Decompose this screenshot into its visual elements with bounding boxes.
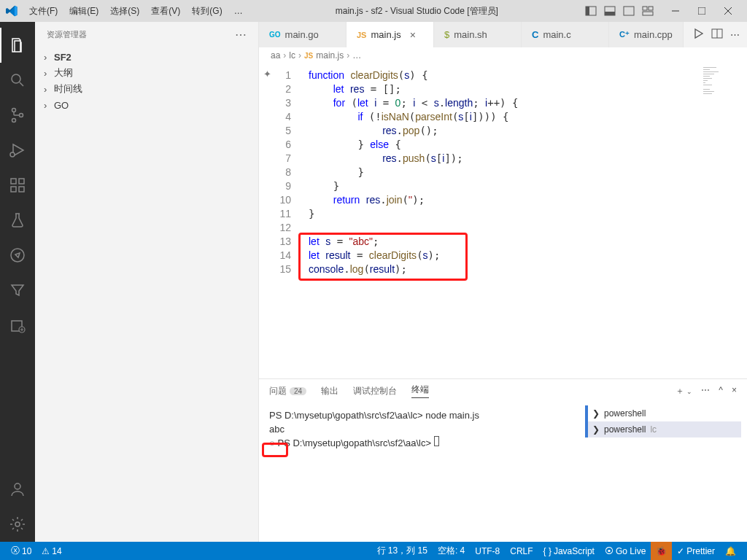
tree-item-go[interactable]: ›GO <box>35 97 258 113</box>
source-control-icon[interactable] <box>0 98 35 133</box>
sidebar-title: 资源管理器 <box>47 29 87 40</box>
run-debug-icon[interactable] <box>0 133 35 168</box>
explorer-tree: ›SF2 ›大纲 ›时间线 ›GO <box>35 47 258 114</box>
terminal-line: PS D:\mysetup\gopath\src\sf2\aa\lc> node… <box>269 408 569 422</box>
svg-point-12 <box>12 74 20 83</box>
chevron-right-icon: › <box>44 52 54 63</box>
status-bell-icon[interactable]: 🔔 <box>720 542 741 560</box>
split-editor-icon[interactable] <box>711 28 723 42</box>
chevron-right-icon: › <box>44 68 54 79</box>
tab-more-icon[interactable]: ⋯ <box>730 29 740 40</box>
breadcrumb-seg[interactable]: aa <box>271 50 280 61</box>
line-numbers: 123456789101112131415 <box>275 63 304 378</box>
test-flask-icon[interactable] <box>0 203 35 238</box>
explorer-sidebar: 资源管理器 ⋯ ›SF2 ›大纲 ›时间线 ›GO <box>35 22 259 542</box>
status-golive[interactable]: ⦿Go Live <box>600 542 651 560</box>
tab-main-sh[interactable]: $main.sh <box>434 22 522 47</box>
code-content[interactable]: function clearDigits(s) { let res = []; … <box>304 63 747 378</box>
customize-layout-icon[interactable] <box>642 5 654 17</box>
title-bar: 文件(F) 编辑(E) 选择(S) 查看(V) 转到(G) … main.js … <box>0 0 747 22</box>
fold-gutter[interactable]: ✦ <box>259 63 275 378</box>
menu-goto[interactable]: 转到(G) <box>186 5 228 18</box>
status-orange-badge[interactable]: 🐞 <box>651 542 672 560</box>
editor-area: GOmain.go JSmain.js× $main.sh Cmain.c C⁺… <box>259 22 747 542</box>
toggle-panel-right-icon[interactable] <box>623 5 635 17</box>
status-errors[interactable]: ⓧ10 <box>6 545 36 557</box>
run-file-icon[interactable] <box>692 28 704 42</box>
explorer-icon[interactable] <box>0 28 35 63</box>
braces-icon: { } <box>543 546 551 556</box>
svg-point-14 <box>12 109 16 112</box>
panel-tab-terminal[interactable]: 终端 <box>411 384 429 398</box>
lightbulb-icon[interactable]: ✦ <box>263 69 271 79</box>
panel-tab-problems[interactable]: 问题24 <box>269 385 306 397</box>
panel-maximize-icon[interactable]: ^ <box>719 385 723 397</box>
menu-select[interactable]: 选择(S) <box>104 5 145 18</box>
filter-icon[interactable] <box>0 273 35 308</box>
powershell-icon: ❯ <box>592 424 600 435</box>
settings-gear-icon[interactable] <box>0 507 35 542</box>
tab-main-js[interactable]: JSmain.js× <box>347 22 434 47</box>
chevron-right-icon: › <box>44 84 54 95</box>
panel-more-icon[interactable]: ⋯ <box>701 385 710 397</box>
tab-main-cpp[interactable]: C⁺main.cpp <box>609 22 684 47</box>
menu-edit[interactable]: 编辑(E) <box>63 5 104 18</box>
panel-tab-debug[interactable]: 调试控制台 <box>353 385 397 397</box>
svg-rect-3 <box>605 12 615 15</box>
export-icon[interactable] <box>0 308 35 343</box>
error-icon: ⓧ <box>11 545 20 557</box>
compass-icon[interactable] <box>0 238 35 273</box>
terminal-session[interactable]: ❯ powershell lc <box>585 421 741 438</box>
breadcrumb-seg[interactable]: lc <box>289 50 295 61</box>
svg-rect-7 <box>643 12 653 15</box>
close-tab-icon[interactable]: × <box>410 29 416 41</box>
go-file-icon: GO <box>269 31 281 39</box>
toggle-panel-bottom-icon[interactable] <box>604 5 616 17</box>
panel-tab-output[interactable]: 输出 <box>321 385 338 397</box>
tree-item-outline[interactable]: ›大纲 <box>35 65 258 81</box>
tree-item-sf2[interactable]: ›SF2 <box>35 49 258 65</box>
menu-more[interactable]: … <box>228 6 249 16</box>
status-encoding[interactable]: UTF-8 <box>470 542 505 560</box>
status-prettier[interactable]: ✓Prettier <box>672 542 720 560</box>
tab-main-go[interactable]: GOmain.go <box>259 22 347 47</box>
layout-icons <box>585 5 654 17</box>
breadcrumb-seg[interactable]: main.js <box>316 50 344 61</box>
terminal-session[interactable]: ❯ powershell <box>585 405 741 421</box>
c-file-icon: C <box>532 29 538 40</box>
svg-rect-1 <box>586 7 589 15</box>
highlight-box-output <box>262 443 288 457</box>
status-spaces[interactable]: 空格: 4 <box>433 542 470 560</box>
extensions-icon[interactable] <box>0 168 35 203</box>
svg-point-17 <box>10 152 15 157</box>
svg-point-22 <box>11 249 24 262</box>
tree-item-timeline[interactable]: ›时间线 <box>35 81 258 97</box>
breadcrumb-seg[interactable]: … <box>352 50 361 61</box>
tab-main-c[interactable]: Cmain.c <box>522 22 609 47</box>
minimap[interactable]: ▬▬▬▬▬▬▬▬▬▬▬▬▬▬▬▬▬▬▬▬▬▬▬▬▬▬▬▬▬▬▬▬▬▬▬▬▬▬▬▬… <box>703 66 744 113</box>
sh-file-icon: $ <box>444 29 449 40</box>
toggle-panel-left-icon[interactable] <box>585 5 597 17</box>
code-editor[interactable]: ✦ 123456789101112131415 function clearDi… <box>259 63 747 378</box>
maximize-button[interactable] <box>689 1 715 21</box>
breadcrumb[interactable]: aa› lc› JS main.js› … <box>259 47 747 63</box>
close-button[interactable] <box>715 1 741 21</box>
status-language[interactable]: { }JavaScript <box>538 542 600 560</box>
bottom-panel: 问题24 输出 调试控制台 终端 ＋ ⌄ ⋯ ^ × PS D:\mysetup… <box>259 378 747 542</box>
account-icon[interactable] <box>0 472 35 507</box>
bug-icon: 🐞 <box>656 546 667 556</box>
status-warnings[interactable]: ⚠14 <box>36 546 66 556</box>
svg-rect-20 <box>19 187 24 192</box>
new-terminal-icon[interactable]: ＋ ⌄ <box>676 385 692 397</box>
menu-view[interactable]: 查看(V) <box>145 5 186 18</box>
search-icon[interactable] <box>0 63 35 98</box>
editor-tabs: GOmain.go JSmain.js× $main.sh Cmain.c C⁺… <box>259 22 747 47</box>
svg-rect-21 <box>19 179 24 184</box>
terminal[interactable]: PS D:\mysetup\gopath\src\sf2\aa\lc> node… <box>259 402 579 542</box>
status-cursor-pos[interactable]: 行 13，列 15 <box>372 542 433 560</box>
status-eol[interactable]: CRLF <box>505 542 538 560</box>
minimize-button[interactable] <box>662 1 689 21</box>
sidebar-more-icon[interactable]: ⋯ <box>235 28 247 42</box>
menu-file[interactable]: 文件(F) <box>23 5 63 18</box>
panel-close-icon[interactable]: × <box>732 385 737 397</box>
